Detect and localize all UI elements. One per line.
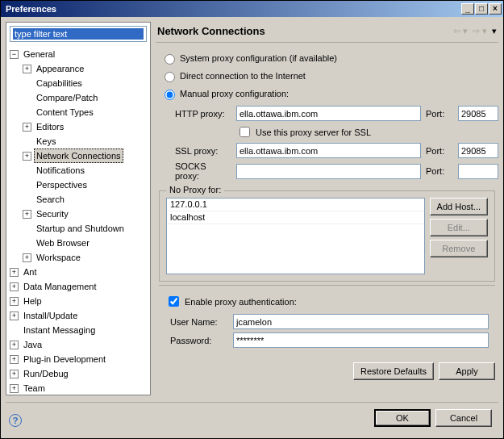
collapse-icon[interactable]: −: [10, 50, 19, 59]
socks-label: SOCKS proxy:: [175, 161, 231, 181]
filter-input[interactable]: [13, 28, 144, 40]
use-for-ssl-checkbox[interactable]: [240, 127, 250, 137]
tree-item[interactable]: +Java: [6, 337, 150, 352]
radio-direct[interactable]: [165, 72, 175, 82]
tree-item-label: Ant: [21, 265, 40, 279]
auth-group: Enable proxy authentication: User Name: …: [159, 285, 495, 354]
expand-icon[interactable]: +: [23, 253, 31, 262]
category-tree[interactable]: −General+AppearanceCapabilitiesCompare/P…: [6, 45, 150, 395]
settings-panel: Network Connections ⇦ ▾ ⇨ ▾ ▾ System pro…: [156, 22, 498, 395]
tree-item[interactable]: Startup and Shutdown: [6, 221, 150, 236]
ok-button[interactable]: OK: [374, 409, 431, 427]
tree-item-label: Perspectives: [34, 178, 90, 192]
remove-button: Remove: [430, 240, 488, 257]
maximize-button[interactable]: □: [475, 3, 488, 15]
expand-icon[interactable]: +: [23, 210, 31, 219]
back-icon[interactable]: ⇦ ▾: [453, 26, 468, 36]
enable-auth-checkbox[interactable]: [169, 296, 179, 307]
tree-item[interactable]: Notifications: [6, 163, 150, 178]
tree-item-label: Java: [21, 337, 44, 352]
add-host-button[interactable]: Add Host...: [430, 198, 488, 215]
tree-item-label: Content Types: [34, 105, 96, 119]
tree-item-label: Startup and Shutdown: [34, 221, 127, 236]
list-item[interactable]: localhost: [167, 211, 424, 224]
no-proxy-list[interactable]: 127.0.0.1localhost: [166, 198, 425, 274]
restore-defaults-button[interactable]: Restore Defaults: [353, 362, 434, 380]
http-host-input[interactable]: [236, 106, 421, 121]
apply-button[interactable]: Apply: [439, 362, 495, 380]
expand-icon[interactable]: +: [10, 355, 19, 364]
radio-system-label: System proxy configuration (if available…: [180, 53, 337, 63]
expand-icon: [23, 224, 31, 233]
tree-item-label: General: [21, 47, 57, 61]
expand-icon[interactable]: +: [10, 311, 19, 320]
window-title: Preferences: [6, 4, 461, 14]
expand-icon[interactable]: +: [10, 297, 19, 306]
minimize-button[interactable]: _: [461, 3, 474, 15]
close-button[interactable]: ×: [489, 3, 502, 15]
tree-item[interactable]: +Workspace: [6, 250, 150, 265]
tree-item[interactable]: Content Types: [6, 105, 150, 119]
tree-item-label: Team: [21, 381, 48, 395]
help-icon[interactable]: ?: [9, 414, 22, 427]
category-panel: −General+AppearanceCapabilitiesCompare/P…: [6, 22, 151, 395]
tree-item[interactable]: +Install/Update: [6, 308, 150, 323]
expand-icon[interactable]: +: [10, 370, 19, 378]
expand-icon[interactable]: +: [23, 65, 31, 73]
ssl-host-input[interactable]: [236, 143, 421, 158]
pass-input[interactable]: [233, 332, 489, 348]
tree-item[interactable]: Capabilities: [6, 76, 150, 90]
expand-icon[interactable]: +: [10, 268, 19, 277]
tree-item[interactable]: Keys: [6, 134, 150, 148]
tree-item[interactable]: +Team: [6, 381, 150, 395]
tree-item-label: Help: [21, 294, 44, 308]
tree-item-label: Workspace: [34, 250, 83, 265]
page-title: Network Connections: [157, 25, 448, 37]
tree-item[interactable]: Web Browser: [6, 236, 150, 250]
tree-item[interactable]: +Help: [6, 294, 150, 308]
tree-item[interactable]: +Run/Debug: [6, 366, 150, 381]
preferences-dialog: Preferences _ □ × −General+AppearanceCap…: [0, 0, 504, 439]
tree-item[interactable]: +Ant: [6, 265, 150, 279]
expand-icon[interactable]: +: [10, 384, 19, 393]
edit-button: Edit...: [430, 219, 488, 236]
expand-icon[interactable]: +: [23, 123, 31, 132]
http-port-label: Port:: [426, 109, 453, 119]
tree-item[interactable]: +Network Connections: [6, 148, 150, 163]
enable-auth-label: Enable proxy authentication:: [185, 297, 297, 307]
tree-item[interactable]: +Security: [6, 207, 150, 221]
no-proxy-caption: No Proxy for:: [166, 185, 224, 194]
list-item[interactable]: 127.0.0.1: [167, 199, 424, 211]
tree-item[interactable]: +Data Management: [6, 279, 150, 294]
user-input[interactable]: [233, 314, 489, 329]
tree-item[interactable]: +Plug-in Development: [6, 352, 150, 366]
tree-item-label: Security: [34, 207, 71, 221]
tree-item-label: Notifications: [34, 163, 87, 178]
expand-icon: [23, 79, 31, 88]
titlebar[interactable]: Preferences _ □ ×: [1, 1, 503, 17]
expand-icon[interactable]: +: [10, 282, 19, 291]
tree-item[interactable]: Perspectives: [6, 178, 150, 192]
tree-item[interactable]: Instant Messaging: [6, 323, 150, 337]
tree-item[interactable]: +Editors: [6, 119, 150, 134]
expand-icon[interactable]: +: [10, 341, 19, 349]
tree-item[interactable]: −General: [6, 47, 150, 61]
socks-port-input[interactable]: [458, 164, 498, 179]
tree-item[interactable]: Search: [6, 192, 150, 207]
tree-item[interactable]: Compare/Patch: [6, 90, 150, 105]
expand-icon[interactable]: +: [23, 152, 31, 161]
forward-icon[interactable]: ⇨ ▾: [473, 26, 487, 36]
http-port-input[interactable]: [458, 106, 498, 121]
tree-item[interactable]: +Appearance: [6, 61, 150, 76]
radio-manual[interactable]: [165, 90, 175, 100]
tree-item-label: Editors: [34, 119, 66, 134]
radio-system-proxy[interactable]: [165, 54, 175, 65]
ssl-port-input[interactable]: [458, 143, 498, 158]
user-label: User Name:: [170, 317, 228, 327]
tree-item-label: Network Connections: [34, 148, 123, 163]
socks-host-input[interactable]: [236, 164, 421, 179]
menu-icon[interactable]: ▾: [492, 26, 497, 36]
tree-item-label: Instant Messaging: [21, 323, 98, 337]
filter-box[interactable]: [10, 26, 147, 42]
cancel-button[interactable]: Cancel: [435, 409, 492, 427]
